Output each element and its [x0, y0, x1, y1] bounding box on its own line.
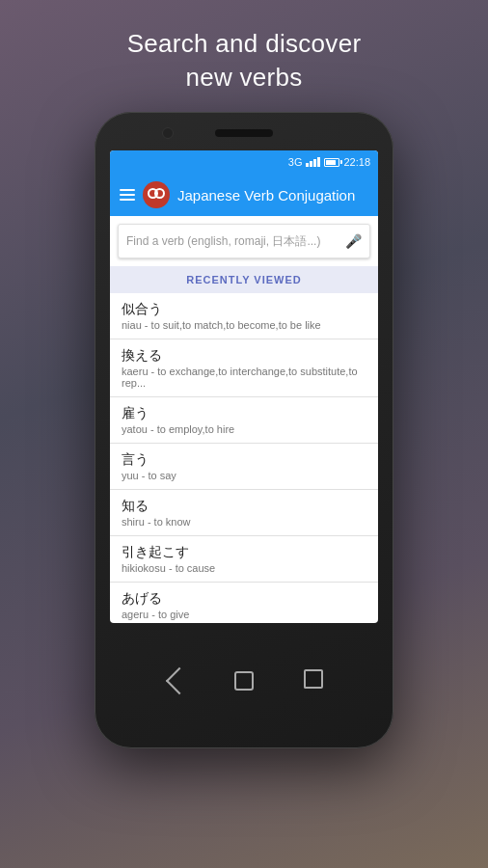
phone-camera: [162, 127, 174, 139]
verb-romaji: yuu - to say: [122, 470, 366, 481]
verb-japanese: 知る: [122, 498, 366, 515]
verb-romaji: hikiokosu - to cause: [122, 562, 366, 574]
verb-japanese: 引き起こす: [122, 544, 366, 561]
verb-japanese: 似合う: [122, 301, 366, 318]
verb-list-item[interactable]: 知るshiru - to know: [110, 490, 378, 536]
verb-romaji: kaeru - to exchange,to interchange,to su…: [122, 366, 366, 389]
search-bar[interactable]: Find a verb (english, romaji, 日本語...) 🎤: [118, 224, 370, 258]
verb-japanese: 言う: [122, 451, 366, 469]
hamburger-menu-button[interactable]: [120, 189, 135, 201]
verb-romaji: niau - to suit,to match,to become,to be …: [122, 319, 366, 331]
home-button[interactable]: [230, 666, 258, 695]
verb-list-item[interactable]: 引き起こすhikiokosu - to cause: [110, 536, 378, 583]
phone-screen: 3G 22:18 Japanese Verb: [110, 150, 378, 623]
verb-romaji: ageru - to give: [122, 609, 366, 620]
verb-romaji: shiru - to know: [122, 516, 366, 528]
back-button[interactable]: [162, 666, 191, 695]
verb-list-item[interactable]: 似合うniau - to suit,to match,to become,to …: [110, 293, 378, 339]
recently-viewed-header: RECENTLY VIEWED: [110, 266, 378, 293]
verb-japanese: あげる: [122, 590, 366, 608]
network-indicator: 3G: [288, 156, 303, 168]
app-logo: [143, 181, 170, 208]
phone-speaker: [215, 129, 273, 137]
tagline-line2: new verbs: [185, 63, 302, 92]
tagline: Search and discover new verbs: [127, 27, 362, 95]
signal-icon: [306, 157, 320, 167]
phone-bottom-nav: [162, 623, 326, 748]
recents-button[interactable]: [297, 666, 326, 695]
search-placeholder: Find a verb (english, romaji, 日本語...): [126, 233, 344, 250]
verb-romaji: yatou - to employ,to hire: [122, 423, 366, 435]
mic-icon[interactable]: 🎤: [344, 232, 362, 250]
verb-japanese: 換える: [122, 347, 366, 365]
status-bar: 3G 22:18: [110, 150, 378, 174]
verb-list-item[interactable]: あげるageru - to give: [110, 583, 378, 623]
verb-list: 似合うniau - to suit,to match,to become,to …: [110, 293, 378, 623]
clock: 22:18: [343, 156, 370, 168]
recently-viewed-label: RECENTLY VIEWED: [186, 274, 302, 285]
verb-list-item[interactable]: 雇うyatou - to employ,to hire: [110, 397, 378, 444]
verb-list-item[interactable]: 換えるkaeru - to exchange,to interchange,to…: [110, 339, 378, 397]
verb-list-item[interactable]: 言うyuu - to say: [110, 444, 378, 490]
app-title: Japanese Verb Conjugation: [177, 187, 368, 203]
verb-japanese: 雇う: [122, 405, 366, 422]
app-bar: Japanese Verb Conjugation: [110, 174, 378, 216]
phone-outer: 3G 22:18 Japanese Verb: [95, 112, 393, 748]
battery-icon: [324, 158, 339, 167]
tagline-line1: Search and discover: [127, 29, 362, 58]
